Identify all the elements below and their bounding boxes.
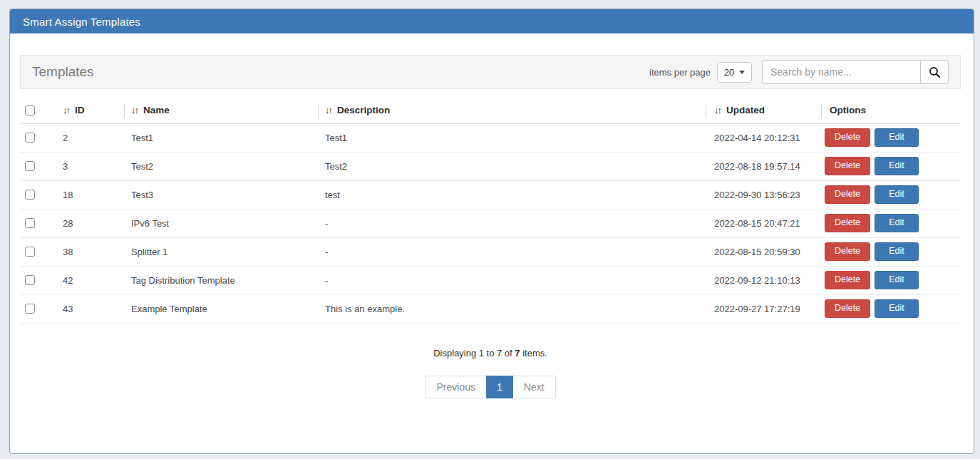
table-row: 18 Test3 test 2022-09-30 13:56:23 Delete… <box>20 180 961 209</box>
row-select-cell <box>20 152 56 180</box>
cell-description: This is an example. <box>318 294 706 323</box>
cell-name: IPv6 Test <box>124 209 318 237</box>
cell-description: Test2 <box>318 152 706 180</box>
cell-options: DeleteEdit <box>821 237 961 266</box>
cell-id: 42 <box>56 266 124 294</box>
cell-name: Test1 <box>124 123 318 152</box>
column-label: Options <box>830 105 866 115</box>
cell-name: Test2 <box>124 152 318 180</box>
delete-button[interactable]: Delete <box>825 271 870 289</box>
sort-icon: ↓↑ <box>325 105 331 115</box>
cell-name: Splitter 1 <box>124 237 318 266</box>
row-select-cell <box>20 294 56 323</box>
table-body: 2 Test1 Test1 2022-04-14 20:12:31 Delete… <box>20 123 961 323</box>
edit-button[interactable]: Edit <box>875 157 919 175</box>
cell-name: Example Template <box>124 294 318 323</box>
cell-id: 38 <box>56 237 124 266</box>
column-header-id[interactable]: ↓↑ID <box>56 98 124 123</box>
edit-button[interactable]: Edit <box>875 128 919 147</box>
row-checkbox[interactable] <box>25 161 35 171</box>
search-button[interactable] <box>920 60 949 84</box>
table-row: 38 Splitter 1 - 2022-08-15 20:59:30 Dele… <box>20 237 961 266</box>
edit-button[interactable]: Edit <box>875 271 919 289</box>
templates-card-header: Templates items per page 20 <box>20 55 961 89</box>
delete-button[interactable]: Delete <box>825 128 870 147</box>
row-checkbox[interactable] <box>25 304 35 314</box>
row-checkbox[interactable] <box>25 190 35 200</box>
pagination-page-1-button[interactable]: 1 <box>486 376 513 398</box>
cell-description: - <box>318 209 706 237</box>
cell-id: 43 <box>56 294 124 323</box>
cell-description: Test1 <box>318 123 706 152</box>
row-checkbox[interactable] <box>25 247 35 257</box>
window-title-bar: Smart Assign Templates <box>10 9 974 33</box>
pagination-previous-button[interactable]: Previous <box>425 376 485 398</box>
delete-button[interactable]: Delete <box>825 242 870 261</box>
cell-description: test <box>318 180 706 209</box>
column-label: Updated <box>726 105 765 115</box>
table-row: 42 Tag Distribution Template - 2022-09-1… <box>20 266 961 294</box>
cell-options: DeleteEdit <box>821 180 961 209</box>
results-summary: Displaying 1 to 7 of 7 items. <box>20 348 961 359</box>
cell-updated: 2022-08-18 19:57:14 <box>706 152 821 180</box>
pagination: Previous 1 Next <box>20 376 961 398</box>
smart-assign-templates-panel: Smart Assign Templates Templates items p… <box>9 9 974 454</box>
row-select-cell <box>20 209 56 237</box>
table-row: 28 IPv6 Test - 2022-08-15 20:47:21 Delet… <box>20 209 961 237</box>
delete-button[interactable]: Delete <box>825 299 870 318</box>
row-select-cell <box>20 123 56 152</box>
sort-icon: ↓↑ <box>714 105 721 115</box>
search-group <box>762 60 949 84</box>
table-row: 3 Test2 Test2 2022-08-18 19:57:14 Delete… <box>20 152 961 180</box>
items-per-page-select[interactable]: 20 <box>717 62 752 83</box>
sort-icon: ↓↑ <box>63 105 69 115</box>
row-checkbox[interactable] <box>25 275 35 285</box>
cell-id: 18 <box>56 180 124 209</box>
cell-options: DeleteEdit <box>821 266 961 294</box>
delete-button[interactable]: Delete <box>825 185 870 204</box>
cell-options: DeleteEdit <box>821 209 961 237</box>
search-icon <box>929 66 941 78</box>
row-checkbox[interactable] <box>25 218 35 228</box>
cell-id: 3 <box>56 152 124 180</box>
cell-updated: 2022-08-15 20:47:21 <box>706 209 821 237</box>
edit-button[interactable]: Edit <box>875 299 919 318</box>
cell-name: Test3 <box>124 180 318 209</box>
summary-suffix: items. <box>520 348 547 359</box>
row-select-cell <box>20 266 56 294</box>
column-label: Name <box>143 105 170 115</box>
cell-description: - <box>318 237 706 266</box>
edit-button[interactable]: Edit <box>875 185 919 204</box>
edit-button[interactable]: Edit <box>875 214 919 232</box>
items-per-page-label: items per page <box>649 67 711 78</box>
table-header-row: ↓↑ID ↓↑Name ↓↑Description ↓↑Updated Opti… <box>20 98 961 123</box>
cell-description: - <box>318 266 706 294</box>
cell-updated: 2022-08-15 20:59:30 <box>706 237 821 266</box>
summary-prefix: Displaying 1 to 7 of <box>433 348 515 359</box>
column-header-description[interactable]: ↓↑Description <box>318 98 706 123</box>
table-row: 2 Test1 Test1 2022-04-14 20:12:31 Delete… <box>20 123 961 152</box>
cell-options: DeleteEdit <box>821 123 961 152</box>
window-title: Smart Assign Templates <box>23 16 140 28</box>
column-label: Description <box>337 105 390 115</box>
search-input[interactable] <box>762 60 920 84</box>
sort-icon: ↓↑ <box>131 105 138 115</box>
column-header-updated[interactable]: ↓↑Updated <box>706 98 821 123</box>
pagination-next-button[interactable]: Next <box>513 376 556 398</box>
row-select-cell <box>20 237 56 266</box>
cell-id: 2 <box>56 123 124 152</box>
templates-table: ↓↑ID ↓↑Name ↓↑Description ↓↑Updated Opti… <box>20 98 961 324</box>
cell-updated: 2022-09-12 21:10:13 <box>706 266 821 294</box>
cell-updated: 2022-04-14 20:12:31 <box>706 123 821 152</box>
cell-name: Tag Distribution Template <box>124 266 318 294</box>
delete-button[interactable]: Delete <box>825 214 870 232</box>
column-header-name[interactable]: ↓↑Name <box>124 98 318 123</box>
header-select-all <box>20 98 56 123</box>
delete-button[interactable]: Delete <box>825 157 870 175</box>
column-header-options: Options <box>821 98 961 123</box>
cell-id: 28 <box>56 209 124 237</box>
edit-button[interactable]: Edit <box>875 242 919 261</box>
column-label: ID <box>75 105 85 115</box>
row-checkbox[interactable] <box>25 133 35 143</box>
select-all-checkbox[interactable] <box>25 105 35 115</box>
